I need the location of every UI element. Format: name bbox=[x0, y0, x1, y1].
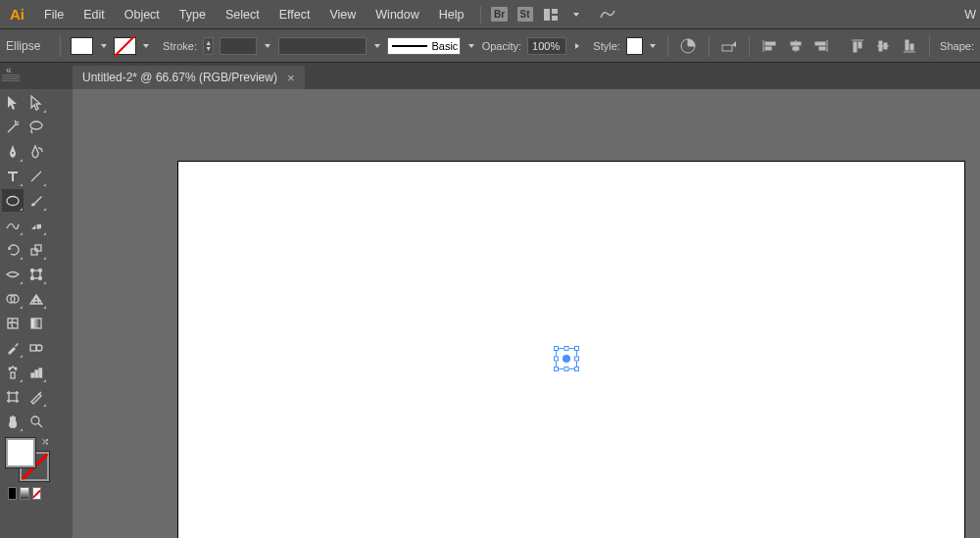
svg-point-29 bbox=[31, 269, 34, 271]
canvas-area[interactable] bbox=[73, 89, 980, 538]
color-mode-gradient[interactable] bbox=[20, 487, 28, 500]
ellipse-tool[interactable] bbox=[2, 189, 24, 212]
stock-icon[interactable]: St bbox=[514, 6, 536, 24]
free-transform-tool[interactable] bbox=[25, 263, 47, 285]
svg-rect-43 bbox=[35, 370, 38, 377]
selection-bounding-box[interactable] bbox=[556, 348, 577, 369]
align-top-icon[interactable] bbox=[847, 35, 867, 57]
hand-tool[interactable] bbox=[2, 410, 24, 432]
bridge-icon[interactable]: Br bbox=[489, 6, 511, 24]
svg-rect-16 bbox=[858, 42, 861, 48]
paintbrush-tool[interactable] bbox=[25, 189, 47, 212]
menu-type[interactable]: Type bbox=[170, 0, 216, 29]
slice-tool[interactable] bbox=[25, 385, 47, 408]
swap-fill-stroke-icon[interactable]: ⤭ bbox=[41, 436, 49, 447]
opacity-input[interactable]: 100% bbox=[527, 37, 566, 55]
menu-file[interactable]: File bbox=[34, 0, 74, 29]
divider bbox=[60, 35, 61, 57]
line-segment-tool[interactable] bbox=[25, 165, 47, 187]
svg-point-32 bbox=[39, 276, 42, 279]
color-mode-none[interactable] bbox=[32, 487, 41, 500]
graphic-style-dropdown[interactable] bbox=[649, 37, 658, 55]
direct-selection-tool[interactable] bbox=[25, 91, 47, 114]
artboard[interactable] bbox=[178, 162, 964, 538]
brush-definition-dropdown[interactable] bbox=[466, 37, 475, 55]
menu-object[interactable]: Object bbox=[115, 0, 170, 29]
zoom-tool[interactable] bbox=[25, 410, 47, 432]
color-mode-solid[interactable] bbox=[8, 487, 17, 500]
stroke-weight-dropdown[interactable] bbox=[263, 37, 271, 55]
shape-builder-tool[interactable] bbox=[2, 287, 24, 310]
document-tab[interactable]: Untitled-2* @ 66.67% (RGB/Preview) × bbox=[73, 66, 305, 89]
menu-window[interactable]: Window bbox=[366, 0, 428, 29]
workspace-label-partial[interactable]: W bbox=[964, 8, 980, 22]
artboard-tool[interactable] bbox=[2, 385, 24, 408]
rotate-tool[interactable] bbox=[2, 238, 24, 261]
eyedropper-tool[interactable] bbox=[2, 336, 24, 359]
isolate-object-icon[interactable] bbox=[719, 35, 740, 57]
resize-handle-se[interactable] bbox=[574, 367, 579, 371]
menu-effect[interactable]: Effect bbox=[270, 0, 320, 29]
resize-handle-w[interactable] bbox=[554, 357, 559, 362]
stroke-weight-stepper[interactable]: ▲▼ bbox=[203, 37, 214, 55]
curvature-tool[interactable] bbox=[25, 140, 47, 163]
resize-handle-s[interactable] bbox=[564, 367, 569, 371]
menu-select[interactable]: Select bbox=[216, 0, 270, 29]
blend-tool[interactable] bbox=[25, 336, 47, 359]
close-tab-icon[interactable]: × bbox=[287, 71, 295, 85]
shaper-tool[interactable] bbox=[2, 214, 24, 236]
svg-rect-10 bbox=[793, 47, 799, 50]
variable-width-profile[interactable] bbox=[278, 37, 367, 55]
resize-handle-ne[interactable] bbox=[574, 346, 579, 351]
svg-rect-21 bbox=[906, 40, 908, 50]
resize-handle-sw[interactable] bbox=[554, 367, 559, 371]
svg-rect-9 bbox=[791, 42, 801, 45]
divider bbox=[667, 35, 668, 57]
eraser-tool[interactable] bbox=[25, 214, 47, 236]
type-tool[interactable] bbox=[2, 165, 24, 187]
perspective-grid-tool[interactable] bbox=[25, 287, 47, 310]
gradient-tool[interactable] bbox=[25, 312, 47, 334]
symbol-sprayer-tool[interactable] bbox=[2, 361, 24, 383]
menu-view[interactable]: View bbox=[319, 0, 366, 29]
scale-tool[interactable] bbox=[25, 238, 47, 261]
opacity-dropdown[interactable] bbox=[572, 37, 581, 55]
stroke-swatch[interactable] bbox=[114, 37, 136, 55]
align-left-icon[interactable] bbox=[760, 35, 780, 57]
gpu-preview-icon[interactable] bbox=[597, 6, 618, 24]
align-right-icon[interactable] bbox=[811, 35, 832, 57]
resize-handle-n[interactable] bbox=[564, 346, 569, 351]
brush-definition[interactable]: Basic bbox=[387, 37, 461, 55]
arrange-documents-icon[interactable] bbox=[540, 6, 562, 24]
menu-bar: Ai File Edit Object Type Select Effect V… bbox=[0, 0, 980, 29]
resize-handle-nw[interactable] bbox=[554, 346, 559, 351]
arrange-documents-dropdown[interactable] bbox=[565, 6, 587, 24]
recolor-artwork-icon[interactable] bbox=[678, 35, 699, 57]
pen-tool[interactable] bbox=[2, 140, 24, 163]
svg-point-46 bbox=[31, 416, 39, 424]
stroke-dropdown[interactable] bbox=[142, 37, 151, 55]
align-center-v-icon[interactable] bbox=[873, 35, 894, 57]
fill-stroke-indicator[interactable]: ⤭ bbox=[2, 436, 51, 485]
magic-wand-tool[interactable] bbox=[2, 116, 24, 138]
menu-edit[interactable]: Edit bbox=[74, 0, 115, 29]
width-tool[interactable] bbox=[2, 263, 24, 285]
graphic-style-swatch[interactable] bbox=[626, 37, 643, 55]
variable-width-dropdown[interactable] bbox=[372, 37, 381, 55]
menu-help[interactable]: Help bbox=[429, 0, 474, 29]
svg-rect-6 bbox=[765, 42, 775, 45]
selected-ellipse-shape[interactable] bbox=[563, 355, 570, 363]
column-graph-tool[interactable] bbox=[25, 361, 47, 383]
fill-dropdown[interactable] bbox=[99, 37, 108, 55]
lasso-tool[interactable] bbox=[25, 116, 47, 138]
fill-swatch[interactable] bbox=[71, 37, 93, 55]
toolbox-grip[interactable] bbox=[2, 74, 20, 81]
stroke-weight-input[interactable] bbox=[220, 37, 257, 55]
selection-tool[interactable] bbox=[2, 91, 24, 114]
align-bottom-icon[interactable] bbox=[900, 35, 920, 57]
mesh-tool[interactable] bbox=[2, 312, 24, 334]
align-center-h-icon[interactable] bbox=[786, 35, 807, 57]
resize-handle-e[interactable] bbox=[574, 357, 579, 362]
svg-rect-39 bbox=[11, 372, 15, 378]
fill-color-box[interactable] bbox=[6, 438, 35, 467]
